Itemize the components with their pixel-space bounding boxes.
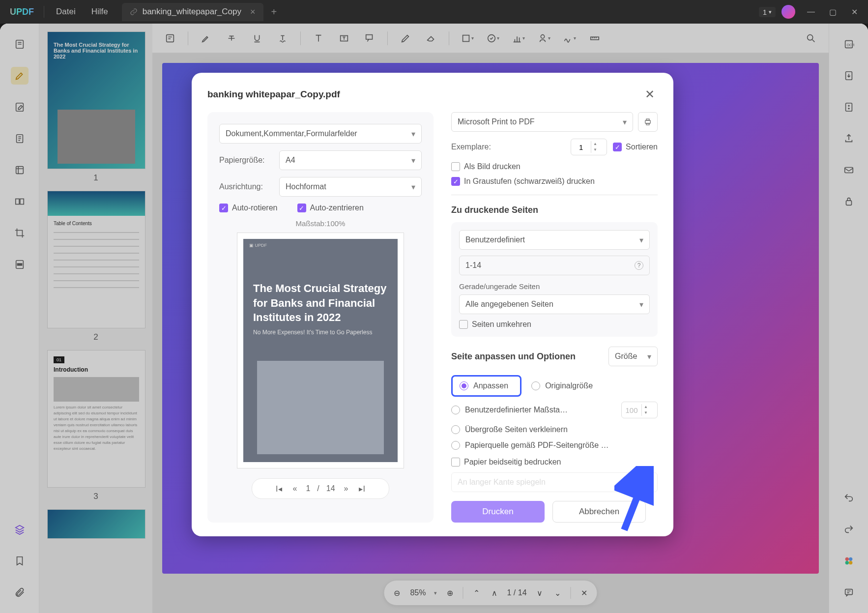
copies-up-icon[interactable]: ▲: [591, 141, 599, 147]
pager-current: 1: [306, 484, 310, 493]
tab-close-icon[interactable]: ×: [250, 7, 256, 17]
duplex-checkbox[interactable]: Papier beidseitig bedrucken: [451, 458, 658, 467]
help-icon[interactable]: ?: [635, 261, 643, 270]
scale-label: Maßstab:100%: [219, 219, 422, 228]
shrink-oversized-radio[interactable]: Übergroße Seiten verkleinern: [451, 425, 658, 434]
auto-rotate-checkbox[interactable]: Auto-rotieren: [219, 204, 278, 212]
menu-file[interactable]: Datei: [48, 7, 84, 17]
original-size-radio[interactable]: Originalgröße: [531, 381, 593, 390]
svg-rect-28: [646, 119, 649, 120]
svg-rect-27: [645, 120, 651, 123]
reverse-pages-checkbox[interactable]: Seiten umkehren: [459, 320, 650, 329]
annotation-arrow: [614, 466, 654, 535]
print-dialog: banking whitepapar_Copy.pdf ✕ Dokument,K…: [192, 73, 673, 536]
print-button[interactable]: Drucken: [451, 501, 545, 523]
orientation-select[interactable]: Hochformat: [279, 177, 422, 197]
app-logo: UPDF: [4, 7, 40, 17]
fit-radio[interactable]: Anpassen: [460, 381, 508, 390]
tab-label: banking_whitepapar_Copy: [143, 7, 241, 17]
custom-scale-spinner[interactable]: ▲▼: [621, 402, 658, 418]
collate-checkbox[interactable]: Sortieren: [613, 143, 658, 151]
copies-label: Exemplare:: [451, 143, 565, 151]
svg-rect-29: [646, 123, 649, 125]
pager-prev-icon[interactable]: «: [291, 482, 299, 495]
grayscale-checkbox[interactable]: In Graustufen (schwarzweiß) drucken: [451, 177, 658, 186]
app-titlebar: UPDF Datei Hilfe banking_whitepapar_Copy…: [0, 0, 868, 24]
document-tab[interactable]: banking_whitepapar_Copy ×: [122, 3, 263, 21]
custom-scale-radio[interactable]: Benutzerdefinierter Maßstab ...: [451, 406, 615, 414]
page-badge[interactable]: 1▾: [759, 7, 776, 17]
copies-spinner[interactable]: ▲▼: [571, 139, 607, 155]
dialog-title: banking whitepapar_Copy.pdf: [207, 89, 340, 100]
custom-scale-input[interactable]: [622, 406, 641, 414]
link-icon: [130, 8, 138, 16]
paper-size-select[interactable]: A4: [279, 150, 422, 170]
paper-size-label: Papiergröße:: [219, 156, 273, 165]
minimize-icon[interactable]: —: [801, 4, 821, 20]
odd-even-label: Gerade/ungerade Seiten: [459, 282, 650, 291]
menu-help[interactable]: Hilfe: [84, 7, 116, 17]
dialog-close-icon[interactable]: ✕: [642, 87, 658, 102]
page-range-input[interactable]: 1-14 ?: [459, 256, 650, 275]
svg-line-30: [624, 473, 646, 530]
user-avatar[interactable]: [781, 5, 795, 19]
close-window-icon[interactable]: ✕: [844, 4, 864, 20]
orientation-label: Ausrichtung:: [219, 182, 273, 191]
pager-first-icon[interactable]: I◂: [274, 482, 284, 496]
paper-source-radio[interactable]: Papierquelle gemäß PDF-Seitengröße au...: [451, 441, 658, 450]
odd-even-select[interactable]: Alle angegebenen Seiten: [459, 294, 650, 314]
copies-input[interactable]: [571, 143, 591, 151]
fit-option-highlighted: Anpassen: [451, 375, 521, 397]
printer-select[interactable]: Microsoft Print to PDF: [451, 112, 633, 132]
copies-down-icon[interactable]: ▼: [591, 147, 599, 153]
print-preview: ▣ UPDF The Most Crucial Strategy for Ban…: [237, 233, 404, 468]
auto-center-checkbox[interactable]: Auto-zentrieren: [297, 204, 364, 212]
pager-next-icon[interactable]: »: [342, 482, 350, 495]
printer-properties-icon[interactable]: [638, 112, 658, 132]
print-as-image-checkbox[interactable]: Als Bild drucken: [451, 162, 658, 171]
fit-section-title: Seite anpassen und Optionen: [451, 351, 603, 362]
new-tab-button[interactable]: +: [271, 6, 277, 18]
print-scope-select[interactable]: Dokument,Kommentar,Formularfelder: [219, 124, 422, 144]
preview-pager: I◂ « 1 / 14 » ▸I: [252, 478, 389, 499]
pages-section-title: Zu druckende Seiten: [451, 205, 658, 215]
size-mode-select[interactable]: Größe: [608, 347, 658, 366]
pager-last-icon[interactable]: ▸I: [357, 482, 367, 496]
maximize-icon[interactable]: ▢: [823, 4, 842, 20]
pager-total: 14: [326, 484, 335, 493]
page-range-mode-select[interactable]: Benutzerdefiniert: [459, 230, 650, 250]
